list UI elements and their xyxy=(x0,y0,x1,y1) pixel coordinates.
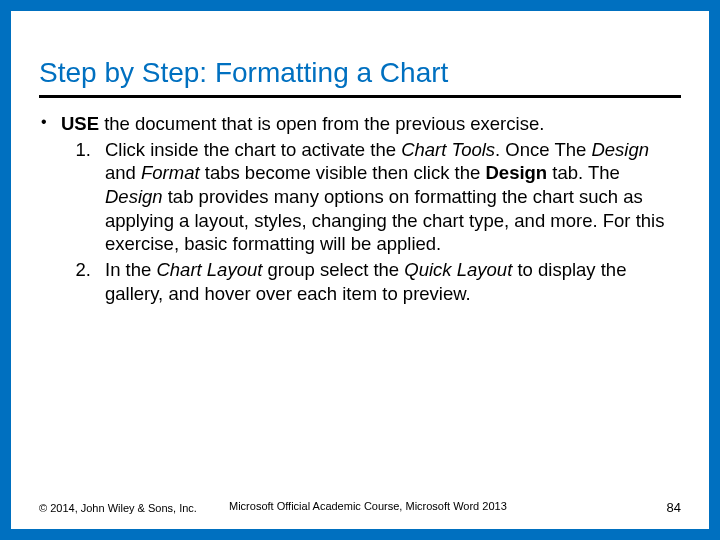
step-1: 1. Click inside the chart to activate th… xyxy=(63,138,681,256)
title-rule xyxy=(39,95,681,98)
use-keyword: USE xyxy=(61,113,99,134)
slide-body: • USE the document that is open from the… xyxy=(39,112,681,305)
bullet-marker: • xyxy=(39,112,61,132)
step-number: 1. xyxy=(63,138,105,162)
step-text: In the Chart Layout group select the Qui… xyxy=(105,258,681,305)
step-text: Click inside the chart to activate the C… xyxy=(105,138,681,256)
quick-layout-term: Quick Layout xyxy=(404,259,512,280)
format-term: Format xyxy=(141,162,200,183)
step-number: 2. xyxy=(63,258,105,282)
footer: © 2014, John Wiley & Sons, Inc. Microsof… xyxy=(39,500,681,515)
use-rest: the document that is open from the previ… xyxy=(99,113,544,134)
slide-title: Step by Step: Formatting a Chart xyxy=(39,57,681,95)
design-term: Design xyxy=(591,139,649,160)
page-number: 84 xyxy=(667,500,681,515)
bullet-item: • USE the document that is open from the… xyxy=(39,112,681,136)
numbered-list: 1. Click inside the chart to activate th… xyxy=(63,138,681,306)
copyright: © 2014, John Wiley & Sons, Inc. xyxy=(39,502,197,514)
design-term-2: Design xyxy=(105,186,163,207)
design-bold: Design xyxy=(485,162,547,183)
slide: Step by Step: Formatting a Chart • USE t… xyxy=(0,0,720,540)
chart-layout-term: Chart Layout xyxy=(156,259,262,280)
chart-tools-term: Chart Tools xyxy=(401,139,495,160)
bullet-text: USE the document that is open from the p… xyxy=(61,112,681,136)
step-2: 2. In the Chart Layout group select the … xyxy=(63,258,681,305)
